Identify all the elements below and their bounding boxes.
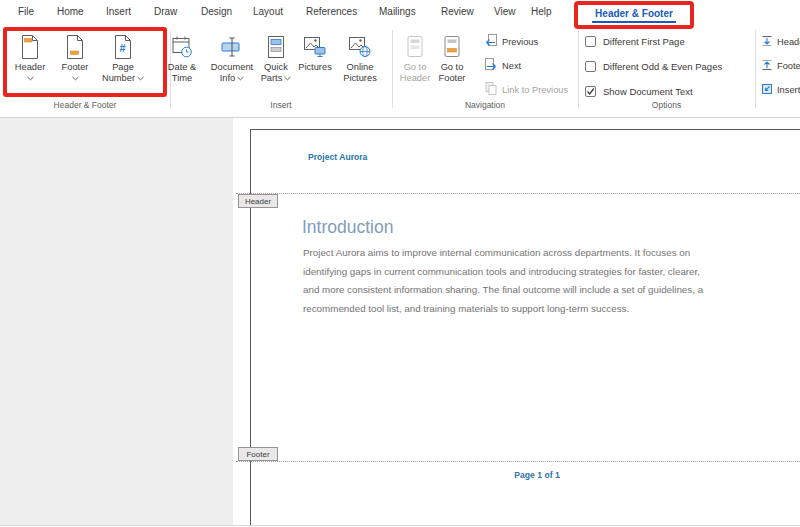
previous-icon: [484, 33, 498, 51]
tab-insert[interactable]: Insert: [106, 0, 131, 24]
button-label: Pictures: [343, 73, 377, 84]
go-to-footer-icon: [443, 32, 461, 62]
tab-references[interactable]: References: [306, 0, 357, 24]
ribbon: Header Footer # Page Number Header & Foo…: [0, 24, 800, 118]
page-number-icon: #: [112, 32, 134, 62]
button-label: Header: [400, 73, 431, 84]
button-label: Number: [102, 73, 135, 84]
footer-icon: [64, 32, 86, 62]
footer-button[interactable]: Footer: [52, 29, 98, 99]
checkbox-unchecked-icon: [585, 36, 596, 47]
page-top-border: [250, 129, 800, 130]
button-label: Time: [172, 73, 192, 84]
online-pictures-button[interactable]: Online Pictures: [337, 29, 383, 99]
checkbox-unchecked-icon: [585, 61, 596, 72]
button-label: Footer: [62, 62, 89, 73]
button-label: Pictures: [298, 62, 332, 73]
group-label-header-footer: Header & Footer: [0, 100, 170, 110]
checkbox-checked-icon: [585, 86, 596, 97]
tab-review[interactable]: Review: [441, 0, 474, 24]
date-time-icon: [172, 32, 193, 62]
svg-text:#: #: [119, 42, 125, 54]
online-pictures-icon: [348, 32, 372, 62]
tab-layout[interactable]: Layout: [253, 0, 283, 24]
show-document-text-checkbox[interactable]: Show Document Text: [585, 85, 693, 98]
document-info-icon: [220, 32, 244, 62]
window-bottom-edge: [0, 525, 800, 526]
tab-help[interactable]: Help: [531, 0, 552, 24]
footer-from-bottom-icon: [761, 57, 773, 75]
footer-from-bottom-button[interactable]: Footer from Bottom: [761, 59, 800, 73]
insert-alignment-tab-icon: [761, 81, 773, 99]
button-label: Footer from Bottom: [777, 61, 800, 71]
button-label: Footer: [439, 73, 466, 84]
document-header-text[interactable]: Project Aurora: [308, 152, 367, 162]
go-to-footer-button[interactable]: Go to Footer: [429, 29, 475, 99]
button-label: Go to: [441, 62, 464, 73]
pictures-button[interactable]: Pictures: [292, 29, 338, 99]
checkbox-label: Different First Page: [603, 36, 685, 47]
pictures-icon: [303, 32, 327, 62]
checkbox-label: Show Document Text: [603, 86, 693, 97]
chevron-down-icon: [284, 73, 291, 84]
button-label: Online: [347, 62, 374, 73]
group-separator: [578, 30, 579, 108]
page-left-border: [250, 129, 251, 525]
button-label: Next: [502, 61, 521, 71]
tab-home[interactable]: Home: [57, 0, 84, 24]
button-label: Info: [220, 73, 236, 84]
footer-boundary-dashed-line: [236, 461, 800, 462]
button-label: Go to: [404, 62, 427, 73]
footer-area-tab: Footer: [238, 447, 278, 461]
checkbox-label: Different Odd & Even Pages: [603, 61, 722, 72]
canvas-gray-strip: [0, 118, 233, 525]
header-area-tab: Header: [238, 194, 278, 208]
button-label: Header: [15, 62, 46, 73]
tab-design[interactable]: Design: [201, 0, 232, 24]
button-label: Document: [211, 62, 253, 73]
chevron-down-icon: [72, 73, 79, 84]
page-number-button[interactable]: # Page Number: [97, 29, 149, 99]
document-info-button[interactable]: Document Info: [204, 29, 260, 99]
button-label: Link to Previous: [502, 85, 568, 95]
group-separator: [755, 30, 756, 108]
tab-header-footer[interactable]: Header & Footer: [595, 8, 673, 22]
group-label-navigation: Navigation: [392, 100, 578, 110]
link-to-previous-button[interactable]: Link to Previous: [484, 83, 568, 97]
document-canvas: Header Project Aurora Introduction Proje…: [0, 118, 800, 527]
quick-parts-icon: [267, 32, 285, 62]
different-odd-even-pages-checkbox[interactable]: Different Odd & Even Pages: [585, 60, 722, 73]
header-from-top-icon: [761, 33, 773, 51]
date-time-button[interactable]: Date & Time: [159, 29, 205, 99]
header-icon: [19, 32, 41, 62]
button-label: Insert Alignment Tab: [777, 85, 800, 95]
paragraph-line: identifying gaps in current communicatio…: [303, 263, 793, 282]
document-footer-text[interactable]: Page 1 of 1: [262, 470, 800, 480]
chevron-down-icon: [137, 73, 144, 84]
paragraph-line: recommended tool list, and training mate…: [303, 300, 793, 319]
button-label: Page: [112, 62, 134, 73]
tab-mailings[interactable]: Mailings: [379, 0, 416, 24]
paragraph-line: Project Aurora aims to improve internal …: [303, 244, 793, 263]
previous-button[interactable]: Previous: [484, 35, 538, 49]
link-to-previous-icon: [484, 81, 498, 99]
document-heading[interactable]: Introduction: [302, 217, 393, 238]
tab-file[interactable]: File: [18, 0, 34, 24]
button-label: Quick: [264, 62, 288, 73]
insert-alignment-tab-button[interactable]: Insert Alignment Tab: [761, 83, 800, 97]
header-from-top-button[interactable]: Header from Top: [761, 35, 800, 49]
header-button[interactable]: Header: [7, 29, 53, 99]
tab-view[interactable]: View: [494, 0, 516, 24]
menu-bar: File Home Insert Draw Design Layout Refe…: [0, 0, 800, 24]
group-label-options: Options: [578, 100, 755, 110]
next-icon: [484, 57, 498, 75]
button-label: Header from Top: [777, 37, 800, 47]
different-first-page-checkbox[interactable]: Different First Page: [585, 35, 685, 48]
tab-draw[interactable]: Draw: [154, 0, 177, 24]
chevron-down-icon: [27, 73, 34, 84]
chevron-down-icon: [237, 73, 244, 84]
document-paragraph[interactable]: Project Aurora aims to improve internal …: [303, 244, 793, 319]
button-label: Previous: [502, 37, 538, 47]
red-annotation-box-tab: Header & Footer: [574, 1, 694, 29]
next-button[interactable]: Next: [484, 59, 521, 73]
